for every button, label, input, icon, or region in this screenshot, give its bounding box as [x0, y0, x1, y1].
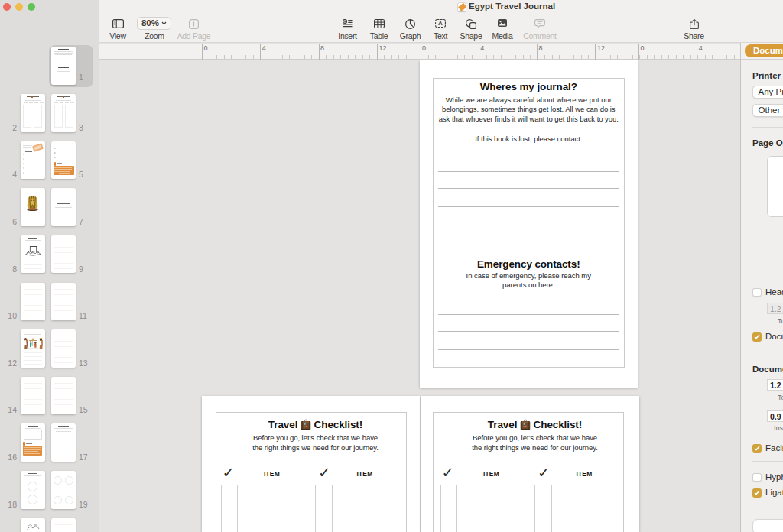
- svg-text:A: A: [438, 20, 443, 27]
